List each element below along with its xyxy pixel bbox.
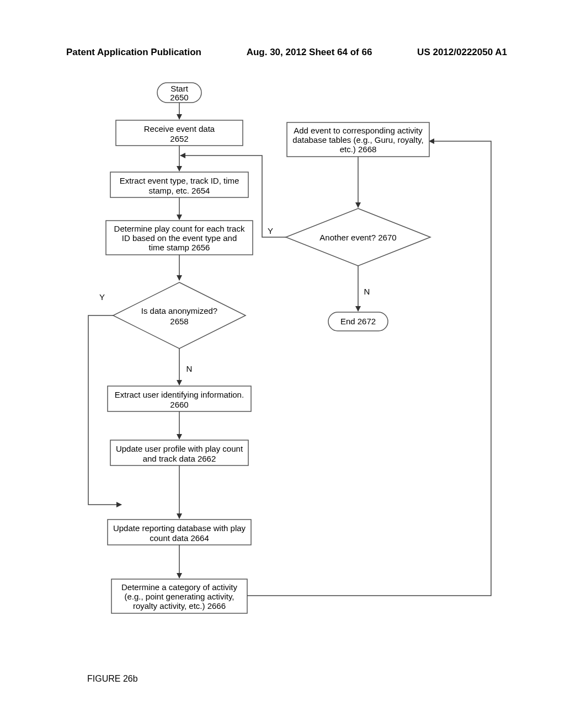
determine-play-label-1: Determine play count for each track xyxy=(114,224,245,233)
header-right: US 2012/0222050 A1 xyxy=(417,47,507,58)
extract-type-label-1: Extract event type, track ID, time xyxy=(120,176,239,185)
arrow-category-to-addevent xyxy=(247,141,491,596)
receive-label-2: 2652 xyxy=(170,134,188,143)
add-event-label-2: database tables (e.g., Guru, royalty, xyxy=(292,135,423,144)
end-label-1: End 2672 xyxy=(340,317,376,326)
extract-user-label-2: 2660 xyxy=(170,400,188,409)
update-reporting-label-1: Update reporting database with play xyxy=(113,523,246,533)
add-event-label-1: Add event to corresponding activity xyxy=(294,126,423,135)
another-n-label: N xyxy=(364,287,370,296)
determine-play-label-3: time stamp 2656 xyxy=(149,243,210,252)
another-y-label: Y xyxy=(268,226,273,235)
header-left: Patent Application Publication xyxy=(66,47,201,58)
anonymized-decision xyxy=(113,282,246,349)
add-event-label-3: etc.) 2668 xyxy=(340,144,377,154)
another-label-1: Another event? 2670 xyxy=(319,233,396,242)
anon-label-2: 2658 xyxy=(170,317,188,326)
extract-user-label-1: Extract user identifying information. xyxy=(115,390,244,399)
anon-y-label: Y xyxy=(99,292,105,302)
determine-cat-label-1: Determine a category of activity xyxy=(121,582,238,592)
determine-cat-label-3: royalty activity, etc.) 2666 xyxy=(133,601,226,611)
anon-label-1: Is data anonymized? xyxy=(141,306,217,315)
start-label-2: 2650 xyxy=(170,93,188,102)
header-center: Aug. 30, 2012 Sheet 64 of 66 xyxy=(247,47,372,58)
determine-play-label-2: ID based on the event type and xyxy=(122,233,237,243)
start-label-1: Start xyxy=(170,84,189,93)
extract-type-label-2: stamp, etc. 2654 xyxy=(149,186,210,195)
determine-cat-label-2: (e.g., point generating activity, xyxy=(125,592,234,601)
page: Patent Application Publication Aug. 30, … xyxy=(0,0,565,728)
update-reporting-label-2: count data 2664 xyxy=(150,533,209,543)
update-profile-label-1: Update user profile with play count xyxy=(116,444,243,453)
figure-label: FIGURE 26b xyxy=(87,674,138,684)
receive-label-1: Receive event data xyxy=(144,124,215,133)
flowchart: Start 2650 Receive event data 2652 Extra… xyxy=(66,77,502,684)
page-header: Patent Application Publication Aug. 30, … xyxy=(66,47,507,58)
anon-n-label: N xyxy=(186,364,193,373)
update-profile-label-2: and track data 2662 xyxy=(143,454,216,463)
